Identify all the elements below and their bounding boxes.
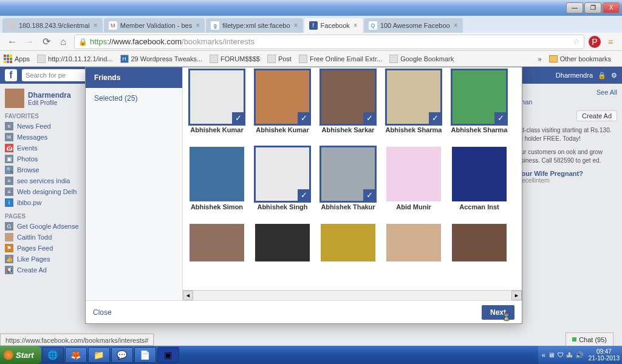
browser-tab[interactable]: gfiletype:xml site:facebo× bbox=[206, 18, 302, 33]
friend-card[interactable]: ✓Abhishek Singh bbox=[253, 147, 312, 219]
friend-thumb[interactable]: ✓ bbox=[452, 70, 507, 124]
tray-network-icon[interactable]: 🖧 bbox=[566, 351, 573, 359]
browser-tab[interactable]: Q100 Awesome Faceboo× bbox=[364, 18, 463, 33]
close-button[interactable]: X bbox=[603, 2, 620, 13]
taskbar-clock[interactable]: 09:4721-10-2013 bbox=[589, 348, 620, 362]
friend-card[interactable]: Abid Munir bbox=[384, 147, 443, 219]
forward-button[interactable]: → bbox=[22, 35, 36, 49]
scroll-track[interactable] bbox=[193, 291, 511, 300]
friend-card[interactable]: ✓Abhishek Kumar bbox=[253, 70, 312, 142]
apps-label: Apps bbox=[15, 55, 30, 62]
friend-card[interactable]: ✓Abhishek Sharma bbox=[450, 70, 508, 142]
taskbar-firefox[interactable]: 🦊 bbox=[65, 347, 87, 363]
friend-card[interactable] bbox=[253, 224, 312, 261]
check-icon: ✓ bbox=[494, 112, 507, 124]
tab-close-icon[interactable]: × bbox=[354, 21, 358, 30]
tab-close-icon[interactable]: × bbox=[94, 21, 98, 30]
scroll-right-button[interactable]: ► bbox=[511, 291, 522, 300]
bookmark-star-icon[interactable]: ☆ bbox=[573, 37, 580, 46]
tab-close-icon[interactable]: × bbox=[196, 21, 200, 30]
friend-card[interactable]: ✓Abhishek Thakur bbox=[319, 147, 377, 219]
friend-thumb[interactable]: ✓ bbox=[321, 147, 375, 201]
friend-thumb[interactable] bbox=[321, 224, 375, 261]
scroll-left-button[interactable]: ◄ bbox=[183, 291, 193, 300]
taskbar-chrome[interactable]: 🌐 bbox=[42, 347, 64, 363]
tab-close-icon[interactable]: × bbox=[454, 21, 458, 30]
bookmark-item[interactable]: H29 Wordpress Tweaks... bbox=[120, 55, 203, 63]
friend-thumb[interactable] bbox=[255, 224, 310, 261]
horizontal-scrollbar[interactable]: ◄ ► bbox=[183, 290, 522, 300]
reload-button[interactable]: ⟳ bbox=[39, 35, 53, 49]
facebook-favicon: f bbox=[309, 21, 318, 30]
home-button[interactable]: ⌂ bbox=[56, 35, 70, 49]
folder-icon bbox=[549, 55, 558, 62]
tab-close-icon[interactable]: × bbox=[294, 21, 298, 30]
friend-card[interactable] bbox=[188, 224, 246, 261]
step-friends[interactable]: Friends bbox=[86, 67, 182, 88]
favicon: Q bbox=[369, 21, 377, 30]
browser-chrome: 180.188.243.9/clientmai× MMember Validat… bbox=[0, 16, 622, 67]
start-button[interactable]: Start bbox=[0, 346, 41, 364]
friend-name: Abhishek Sharma bbox=[450, 126, 508, 142]
maximize-button[interactable]: ❐ bbox=[584, 2, 601, 13]
friend-card[interactable]: Abhishek Simon bbox=[188, 147, 246, 219]
bookmark-item[interactable]: http://10.11.12.1/ind... bbox=[37, 55, 112, 63]
friend-thumb[interactable]: ✓ bbox=[255, 70, 310, 124]
taskbar-notepad[interactable]: 📄 bbox=[134, 347, 156, 363]
apps-button[interactable]: Apps bbox=[4, 55, 30, 63]
minimize-button[interactable]: — bbox=[566, 2, 583, 13]
page-icon bbox=[37, 55, 46, 63]
tray-icon[interactable]: 🛡 bbox=[557, 351, 564, 359]
page-icon bbox=[389, 55, 398, 63]
taskbar-explorer[interactable]: 📁 bbox=[88, 347, 110, 363]
close-link[interactable]: Close bbox=[93, 308, 112, 317]
pinterest-extension-icon[interactable]: P bbox=[589, 36, 601, 48]
friend-thumb[interactable]: ✓ bbox=[190, 70, 244, 124]
bookmark-item[interactable]: Post bbox=[267, 55, 292, 63]
friend-card[interactable] bbox=[319, 224, 377, 261]
tab-label: Facebook bbox=[321, 22, 350, 29]
friend-thumb[interactable]: ✓ bbox=[386, 70, 441, 124]
taskbar-app[interactable]: ▣ bbox=[157, 347, 179, 363]
other-bookmarks[interactable]: Other bookmarks bbox=[549, 55, 611, 62]
bookmark-item[interactable]: Free Online Email Extr... bbox=[299, 55, 382, 63]
browser-tab[interactable]: MMember Validation - bes× bbox=[104, 18, 205, 33]
tray-volume-icon[interactable]: 🔊 bbox=[575, 351, 584, 359]
bookmark-item[interactable]: FORUM$$$$ bbox=[210, 55, 260, 63]
friends-grid: Choudhary Jaiswal ✓Abhishek Kumar✓Abhish… bbox=[183, 67, 522, 300]
next-button[interactable]: Next⌛ bbox=[482, 305, 514, 320]
address-bar[interactable]: 🔒 https://www.facebook.com/bookmarks/int… bbox=[74, 35, 584, 49]
back-button[interactable]: ← bbox=[5, 35, 19, 49]
browser-tab[interactable]: 180.188.243.9/clientmai× bbox=[2, 18, 103, 33]
bookmarks-overflow[interactable]: » bbox=[538, 55, 542, 62]
page-content: f Search for pe Dharmendra 🔒 ⚙ Dharmendr… bbox=[0, 67, 622, 346]
friend-thumb[interactable]: ✓ bbox=[321, 70, 375, 124]
bookmark-item[interactable]: Google Bookmark bbox=[389, 55, 454, 63]
friend-card[interactable] bbox=[384, 224, 443, 261]
friend-thumb[interactable] bbox=[452, 224, 507, 261]
friend-thumb[interactable] bbox=[452, 147, 507, 201]
chrome-menu-icon[interactable]: ≡ bbox=[604, 36, 617, 48]
friend-thumb[interactable]: ✓ bbox=[255, 147, 310, 201]
friend-thumb[interactable] bbox=[190, 224, 244, 261]
status-bar: https://www.facebook.com/bookmarks/inter… bbox=[0, 334, 154, 346]
friend-name: Abhishek Singh bbox=[253, 203, 312, 219]
page-icon bbox=[299, 55, 307, 63]
modal-overlay: Friends Selected (25) Choudhary Jaiswal … bbox=[0, 67, 622, 346]
browser-tab-active[interactable]: fFacebook× bbox=[304, 18, 363, 33]
tray-expand-icon[interactable]: « bbox=[542, 351, 545, 359]
friend-thumb[interactable] bbox=[386, 147, 441, 201]
friend-thumb[interactable] bbox=[386, 224, 441, 261]
friend-card[interactable] bbox=[450, 224, 508, 261]
page-icon: H bbox=[120, 55, 129, 63]
friend-card[interactable]: Accman Inst bbox=[450, 147, 508, 219]
step-selected[interactable]: Selected (25) bbox=[86, 88, 182, 109]
check-icon: ✓ bbox=[232, 112, 244, 124]
friend-thumb[interactable] bbox=[190, 147, 244, 201]
taskbar-gtalk[interactable]: 💬 bbox=[111, 347, 133, 363]
friend-card[interactable]: ✓Abhishek Sarkar bbox=[319, 70, 377, 142]
friend-card[interactable]: ✓Abhishek Kumar bbox=[188, 70, 246, 142]
tray-icon[interactable]: 🖥 bbox=[548, 351, 555, 359]
friend-card[interactable]: ✓Abhishek Sharma bbox=[384, 70, 443, 142]
google-favicon: g bbox=[211, 21, 219, 30]
